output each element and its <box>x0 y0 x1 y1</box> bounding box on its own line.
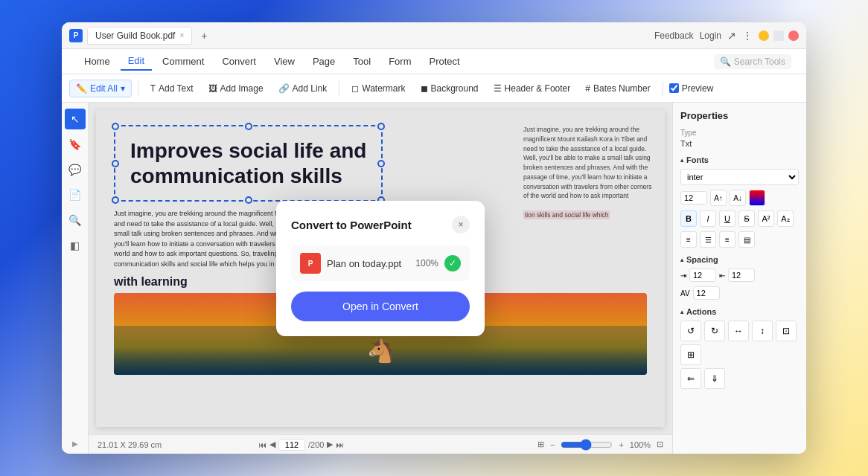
share-icon[interactable]: ↗ <box>727 30 736 42</box>
sidebar-cursor-icon[interactable]: ↖ <box>65 109 86 129</box>
edit-all-label: Edit All <box>90 83 118 94</box>
menu-page[interactable]: Page <box>305 53 342 70</box>
main-content: ↖ 🔖 💬 📄 🔍 ◧ ▶ Improves social life andco… <box>62 103 806 454</box>
menu-protect[interactable]: Protect <box>422 53 467 70</box>
align-right-btn[interactable]: ≡ <box>719 231 735 248</box>
flip-v-btn[interactable]: ↕ <box>752 321 773 341</box>
crop-btn[interactable]: ⊡ <box>776 321 797 341</box>
menu-view[interactable]: View <box>267 53 302 70</box>
flip-h-btn[interactable]: ↔ <box>728 321 749 341</box>
rotate-ccw-btn[interactable]: ↺ <box>680 321 701 341</box>
superscript-btn[interactable]: A² <box>758 210 774 227</box>
add-text-label: Add Text <box>159 83 193 94</box>
add-text-btn[interactable]: T Add Text <box>144 80 200 97</box>
spacing-left-input[interactable] <box>689 268 716 282</box>
tab-close-btn[interactable]: × <box>179 31 184 39</box>
spacing-title: Spacing <box>680 255 799 264</box>
search-icon: 🔍 <box>720 57 731 67</box>
menu-edit[interactable]: Edit <box>121 52 152 71</box>
zoom-slider[interactable] <box>561 439 613 451</box>
feedback-btn[interactable]: Feedback <box>654 30 694 41</box>
file-progress: 100% <box>415 258 438 268</box>
modal-file-row: P Plan on today.ppt 100% ✓ <box>291 245 470 281</box>
align-down-action[interactable]: ⇓ <box>704 368 725 389</box>
align-center-btn[interactable]: ☰ <box>700 231 716 248</box>
maximize-btn[interactable] <box>773 30 784 41</box>
doc-dimensions: 21.01 X 29.69 cm <box>98 440 162 449</box>
preview-check[interactable]: Preview <box>669 83 714 94</box>
sidebar-search-icon[interactable]: 🔍 <box>65 210 86 231</box>
right-panel: Properties Type Txt Fonts inter A↑ A↓ B <box>672 103 806 454</box>
spacing-right-input[interactable] <box>728 268 755 282</box>
add-link-icon: 🔗 <box>278 83 290 94</box>
italic-btn[interactable]: I <box>700 210 716 227</box>
av-input[interactable] <box>693 286 720 300</box>
zoom-out-btn[interactable]: − <box>550 440 555 449</box>
close-btn[interactable] <box>788 30 799 41</box>
align-left-action[interactable]: ⇐ <box>680 368 701 389</box>
zoom-in-btn[interactable]: + <box>619 440 623 449</box>
menu-comment[interactable]: Comment <box>155 53 211 70</box>
background-btn[interactable]: ◼ Background <box>415 80 485 97</box>
header-footer-btn[interactable]: ☰ Header & Footer <box>488 80 577 97</box>
subscript-btn[interactable]: A₂ <box>777 210 794 227</box>
sidebar-comment-icon[interactable]: 💬 <box>65 159 86 180</box>
sidebar-page-icon[interactable]: 📄 <box>65 184 86 205</box>
add-link-label: Add Link <box>293 83 328 94</box>
font-size-decrease-btn[interactable]: A↓ <box>730 190 746 206</box>
rotate-cw-btn[interactable]: ↻ <box>704 321 725 341</box>
actions-title: Actions <box>680 307 799 316</box>
header-footer-label: Header & Footer <box>505 83 571 94</box>
fonts-section: Fonts inter A↑ A↓ B I U S A² A₂ <box>680 155 799 248</box>
align-left-btn[interactable]: ≡ <box>680 231 697 248</box>
watermark-btn[interactable]: ◻ Watermark <box>345 80 411 97</box>
sidebar-expand-btn[interactable]: ▶ <box>72 440 78 448</box>
font-select[interactable]: inter <box>680 169 799 185</box>
new-tab-btn[interactable]: + <box>197 28 211 43</box>
font-size-input[interactable] <box>680 191 707 205</box>
file-tab[interactable]: User Guild Book.pdf × <box>87 27 192 45</box>
underline-btn[interactable]: U <box>719 210 735 227</box>
open-in-convert-btn[interactable]: Open in Convert <box>291 292 470 321</box>
panel-title: Properties <box>680 110 799 121</box>
status-right: ⊞ − + 100% ⊡ <box>537 439 663 451</box>
replace-btn[interactable]: ⊞ <box>680 344 701 365</box>
menu-icon[interactable]: ⋮ <box>742 30 753 42</box>
modal-header: Convert to PowerPoint × <box>291 216 470 234</box>
doc-page: Improves social life andcommunication sk… <box>96 110 665 427</box>
align-justify-btn[interactable]: ▤ <box>738 231 755 248</box>
sidebar-layers-icon[interactable]: ◧ <box>65 235 86 256</box>
menu-convert[interactable]: Convert <box>214 53 264 70</box>
menu-tool[interactable]: Tool <box>345 53 378 70</box>
strikethrough-btn[interactable]: S <box>738 210 755 227</box>
login-btn[interactable]: Login <box>700 30 721 41</box>
font-color-btn[interactable] <box>749 190 765 206</box>
watermark-icon: ◻ <box>351 83 359 94</box>
nav-last-icon[interactable]: ⏭ <box>336 440 344 449</box>
nav-next-icon[interactable]: ▶ <box>327 440 333 449</box>
bold-btn[interactable]: B <box>680 210 697 227</box>
menu-home[interactable]: Home <box>77 53 118 70</box>
spacing-left-icon: ⇥ <box>680 271 686 280</box>
fonts-section-title: Fonts <box>680 155 799 164</box>
search-box[interactable]: 🔍 Search Tools <box>714 54 791 69</box>
edit-dropdown-icon: ▾ <box>121 83 125 94</box>
bates-number-btn[interactable]: # Bates Number <box>579 80 656 97</box>
minimize-btn[interactable] <box>759 30 769 41</box>
page-input[interactable] <box>278 439 305 451</box>
fit-page-icon[interactable]: ⊡ <box>657 440 663 449</box>
search-placeholder: Search Tools <box>734 57 785 67</box>
preview-checkbox[interactable] <box>669 83 679 93</box>
add-link-btn[interactable]: 🔗 Add Link <box>272 80 334 97</box>
view-options-icon[interactable]: ⊞ <box>537 440 544 449</box>
add-image-btn[interactable]: 🖼 Add Image <box>202 80 269 97</box>
toolbar: ✏️ Edit All ▾ T Add Text 🖼 Add Image 🔗 A… <box>62 74 806 103</box>
modal-close-btn[interactable]: × <box>452 216 470 234</box>
nav-prev-icon[interactable]: ◀ <box>269 440 275 449</box>
nav-first-icon[interactable]: ⏮ <box>258 440 267 449</box>
spacing-right-icon: ⇤ <box>719 271 725 280</box>
menu-form[interactable]: Form <box>381 53 418 70</box>
edit-all-btn[interactable]: ✏️ Edit All ▾ <box>69 80 132 97</box>
sidebar-bookmark-icon[interactable]: 🔖 <box>65 134 86 155</box>
font-size-increase-btn[interactable]: A↑ <box>710 190 727 206</box>
